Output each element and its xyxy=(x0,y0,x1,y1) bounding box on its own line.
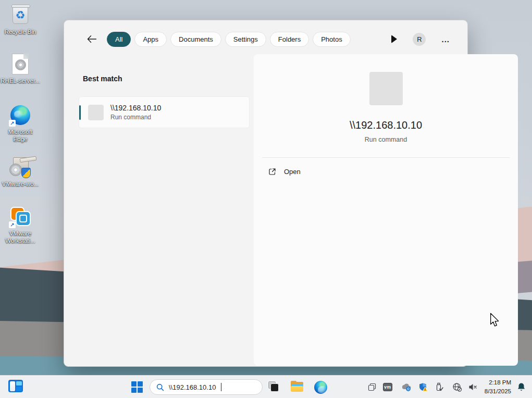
recycle-bin-icon: ♻ xyxy=(8,3,32,27)
tab-documents[interactable]: Documents xyxy=(170,32,221,47)
volume-muted-icon xyxy=(468,382,478,392)
network-no-internet-icon xyxy=(452,382,462,392)
desktop-icon-recycle-bin[interactable]: ♻ Recycle Bin xyxy=(0,3,41,35)
edge-taskbar-button[interactable] xyxy=(313,380,328,394)
desktop-icon-vmware-workstation[interactable]: ↗ VMware Workstati... xyxy=(0,205,41,244)
widgets-button[interactable] xyxy=(8,380,23,392)
desktop-icon-label: VMware Workstati... xyxy=(1,230,40,244)
best-match-result[interactable]: \\192.168.10.10 Run command xyxy=(79,96,250,128)
desktop-icon-microsoft-edge[interactable]: ↗ Microsoft Edge xyxy=(0,103,41,143)
onedrive-icon xyxy=(401,382,412,392)
windows-security-button[interactable] xyxy=(418,382,428,392)
selection-accent-bar xyxy=(79,105,81,120)
result-subtitle: Run command xyxy=(110,114,161,121)
taskbar: \\192.168.10.10 vm xyxy=(0,375,532,398)
disc-image-icon xyxy=(8,52,32,76)
tab-photos[interactable]: Photos xyxy=(313,32,350,47)
notification-bell-icon xyxy=(517,382,526,392)
notifications-button[interactable] xyxy=(517,382,526,394)
taskbar-search-box[interactable]: \\192.168.10.10 xyxy=(150,379,263,395)
preview-divider xyxy=(262,157,510,158)
search-filter-bar: All Apps Documents Settings Folders Phot… xyxy=(64,20,467,58)
account-avatar[interactable]: R xyxy=(413,33,426,46)
show-hidden-icons-button[interactable] xyxy=(367,382,377,392)
result-title: \\192.168.10.10 xyxy=(110,104,161,112)
safely-remove-hardware-button[interactable] xyxy=(434,382,443,392)
taskbar-clock[interactable]: 2:18 PM 8/31/2025 xyxy=(485,378,511,396)
file-explorer-button[interactable] xyxy=(290,380,304,394)
run-command-placeholder-icon xyxy=(88,105,104,120)
open-action[interactable]: Open xyxy=(268,168,301,176)
desktop-icon-label: RHEL-server... xyxy=(1,77,40,84)
search-flyout-panel: All Apps Documents Settings Folders Phot… xyxy=(64,20,468,367)
search-input-value: \\192.168.10.10 xyxy=(169,383,216,391)
open-external-icon xyxy=(268,168,276,176)
system-tray: vm xyxy=(360,376,532,398)
more-options-button[interactable]: ... xyxy=(441,35,450,44)
header-right-actions: R ... xyxy=(391,33,450,46)
start-icon xyxy=(131,381,137,387)
game-pass-icon[interactable] xyxy=(391,35,397,43)
vmware-logo-icon: ↗ xyxy=(8,205,32,229)
search-results-column: Best match \\192.168.10.10 Run command xyxy=(64,58,254,366)
widgets-icon xyxy=(10,381,15,391)
tab-all[interactable]: All xyxy=(107,32,131,47)
desktop-icon-rhel-iso[interactable]: RHEL-server... xyxy=(0,52,41,84)
start-button[interactable] xyxy=(131,381,143,393)
edge-icon xyxy=(314,381,327,394)
show-hidden-icons-icon xyxy=(367,382,377,392)
back-arrow-icon xyxy=(87,35,96,43)
volume-button[interactable] xyxy=(468,382,477,392)
desktop-icon-vmware-installer[interactable]: VMware-wo... xyxy=(0,155,41,188)
file-explorer-icon xyxy=(290,380,304,394)
clock-time: 2:18 PM xyxy=(485,378,511,387)
desktop-icon-label: Recycle Bin xyxy=(5,28,36,35)
tab-folders[interactable]: Folders xyxy=(270,32,309,47)
tab-apps[interactable]: Apps xyxy=(134,32,167,47)
shortcut-arrow-icon: ↗ xyxy=(9,120,16,127)
preview-subtitle: Run command xyxy=(365,136,407,143)
vmware-tray-button[interactable]: vm xyxy=(383,382,392,392)
back-button[interactable] xyxy=(85,32,98,46)
text-caret xyxy=(221,383,221,391)
shortcut-arrow-icon: ↗ xyxy=(9,221,16,228)
preview-title: \\192.168.10.10 xyxy=(350,119,422,131)
task-view-button[interactable] xyxy=(266,380,281,394)
search-filter-tabs: All Apps Documents Settings Folders Phot… xyxy=(107,32,351,47)
search-icon xyxy=(156,383,164,391)
open-label: Open xyxy=(284,168,301,176)
security-shield-icon xyxy=(418,382,428,392)
desktop-icon-label: Microsoft Edge xyxy=(1,128,40,143)
network-status-button[interactable] xyxy=(452,382,462,392)
tab-settings[interactable]: Settings xyxy=(225,32,266,47)
task-view-icon xyxy=(266,380,281,394)
clock-date: 8/31/2025 xyxy=(485,387,511,396)
desktop-icon-label: VMware-wo... xyxy=(2,180,39,188)
preview-placeholder-icon xyxy=(369,72,403,105)
usb-eject-icon xyxy=(434,382,443,392)
onedrive-button[interactable] xyxy=(401,382,411,392)
edge-icon: ↗ xyxy=(8,103,32,127)
best-match-heading: Best match xyxy=(83,74,254,83)
result-preview-pane: \\192.168.10.10 Run command Open xyxy=(254,54,518,366)
installer-package-icon xyxy=(8,155,32,179)
vmware-tray-icon: vm xyxy=(383,383,392,391)
